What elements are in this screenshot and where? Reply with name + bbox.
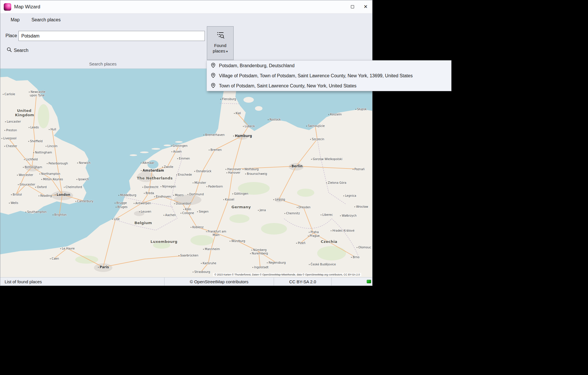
app-window: Map Wizard ✕ Map Search places Place <box>0 0 373 286</box>
chevron-down-icon: ▾ <box>226 50 228 53</box>
titlebar: Map Wizard ✕ <box>0 0 372 14</box>
desktop: Map Wizard ✕ Map Search places Place <box>0 0 588 375</box>
maximize-icon <box>351 5 354 8</box>
found-place-item[interactable]: Potsdam, Brandenburg, Deutschland <box>207 61 451 71</box>
place-input[interactable] <box>18 31 205 41</box>
map-canvas[interactable]: CarlisleNewcastle upon TyneUnited Kingdo… <box>0 69 372 277</box>
found-place-text: Potsdam, Brandenburg, Deutschland <box>219 63 294 68</box>
basemap-svg <box>0 69 372 277</box>
statusbar-attribution: © OpenStreetMap contributors <box>165 278 274 286</box>
map-pin-icon <box>211 73 216 79</box>
statusbar: List of found places © OpenStreetMap con… <box>0 277 372 286</box>
place-label: Place <box>5 33 17 38</box>
ribbon-group-label: Search places <box>0 61 205 66</box>
maximize-button[interactable] <box>346 0 359 14</box>
window-title: Map Wizard <box>14 4 40 10</box>
close-button[interactable]: ✕ <box>359 0 372 14</box>
search-button[interactable]: Search <box>5 46 30 55</box>
found-place-text: Village of Potsdam, Town of Potsdam, Sai… <box>219 73 413 78</box>
found-places-label-line2: places <box>213 48 225 53</box>
found-place-item[interactable]: Village of Potsdam, Town of Potsdam, Sai… <box>207 71 451 81</box>
found-places-icon <box>216 30 225 40</box>
close-icon: ✕ <box>364 4 368 10</box>
map-pin-icon <box>211 83 216 89</box>
found-place-item[interactable]: Town of Potsdam, Saint Lawrence County, … <box>207 81 451 91</box>
app-icon <box>4 3 11 11</box>
statusbar-license: CC BY-SA 2.0 <box>274 278 332 286</box>
search-icon <box>7 47 12 54</box>
menu-item-map[interactable]: Map <box>11 17 20 22</box>
statusbar-grip-section <box>332 278 372 286</box>
found-places-label-line1: Found <box>214 43 226 48</box>
menubar: Map Search places <box>0 14 372 26</box>
search-button-label: Search <box>14 48 29 53</box>
statusbar-left: List of found places <box>0 278 165 286</box>
map-pin-icon <box>211 63 216 69</box>
found-places-button[interactable]: Found places▾ <box>207 26 234 60</box>
found-places-dropdown: Potsdam, Brandenburg, Deutschland Villag… <box>207 60 451 91</box>
map-attribution: © 2023 Karten © Thunderforest, Daten © O… <box>213 273 361 276</box>
resize-grip-icon[interactable] <box>367 280 371 283</box>
found-place-text: Town of Potsdam, Saint Lawrence County, … <box>219 83 356 89</box>
menu-item-search-places[interactable]: Search places <box>31 17 60 22</box>
